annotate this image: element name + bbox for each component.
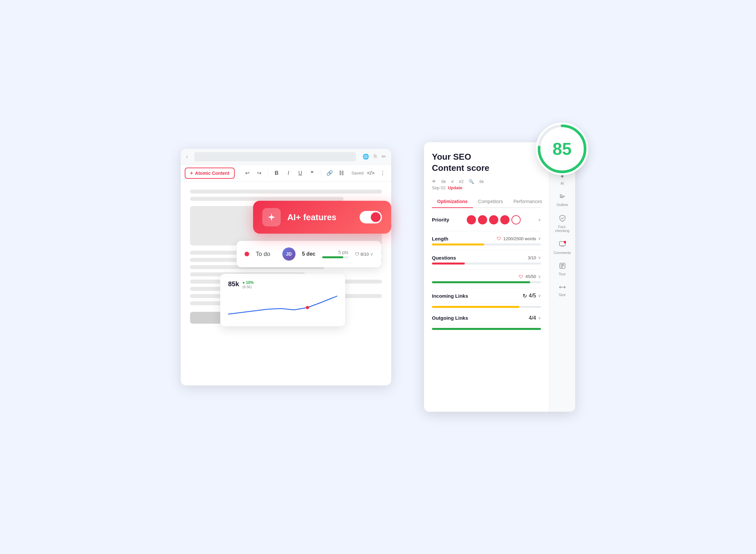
length-header: Length 🛡 1200/2500 words ∨ (432, 236, 541, 241)
search-icon: 🔍 (469, 179, 474, 184)
toggle-knob (371, 212, 381, 222)
questions-bar (432, 263, 541, 265)
more-icon[interactable]: ⋮ (378, 169, 387, 178)
sidebar-item-comments[interactable]: Comments (551, 237, 574, 258)
links-score-description (432, 274, 433, 279)
ai-popup-label: AI+ features (287, 212, 353, 222)
links-score-value: 45/50 (525, 274, 536, 279)
todo-status-dot (245, 252, 249, 256)
incoming-chevron[interactable]: ∨ (538, 293, 541, 298)
seo-tabs: Optimizations Competitors Performances (432, 196, 541, 208)
undo-icon[interactable]: ↩ (243, 169, 252, 178)
edit-icon[interactable]: ✏ (382, 154, 386, 160)
toolbar-separator-3 (321, 169, 321, 177)
topbar-icons: 🌐 ⎘ ✏ (363, 154, 386, 160)
svg-rect-7 (561, 264, 564, 265)
views-count: 6k (441, 179, 446, 184)
task-pts: 5 pts (338, 250, 348, 255)
pts-bar-fill (322, 256, 343, 258)
shield-icon-task: 🛡 (355, 252, 359, 257)
length-score: 🛡 1200/2500 words ∨ (497, 236, 541, 241)
length-score-value: 1200/2500 words (503, 236, 536, 241)
size-label: Size (559, 293, 566, 297)
questions-chevron[interactable]: ∨ (538, 255, 541, 260)
atomic-content-label: Atomic Content (195, 171, 229, 176)
tab-performances[interactable]: Performances (508, 196, 547, 207)
shield-icon: 🛡 (497, 236, 501, 241)
chart-value: 85k (228, 280, 239, 288)
priority-row: Priority ∨ (432, 211, 541, 231)
content-line (190, 189, 382, 193)
task-score-container: 🛡 8/10 ∨ (355, 252, 373, 257)
bold-icon[interactable]: B (272, 169, 281, 178)
ai-features-popup[interactable]: AI+ features (253, 201, 391, 234)
priority-header: Priority ∨ (432, 215, 541, 224)
length-bar (432, 243, 541, 245)
incoming-bar (432, 306, 541, 308)
pts-bar (322, 256, 348, 258)
outgoing-bar-fill (432, 328, 541, 330)
ai-label: AI (560, 181, 564, 185)
questions-score-value: 3/10 (528, 255, 536, 260)
plus-icon: + (190, 170, 193, 176)
code-icon[interactable]: </> (366, 169, 375, 178)
size-icon (559, 284, 566, 291)
links-score-header: 🛡 45/50 ∨ (432, 274, 541, 279)
svg-rect-3 (560, 197, 564, 198)
task-chevron[interactable]: ∨ (370, 252, 373, 257)
links-bar-fill (432, 281, 530, 283)
outgoing-chevron[interactable]: ∨ (538, 316, 541, 320)
views-icon: 👁 (432, 179, 436, 184)
atomic-content-button[interactable]: + Atomic Content (185, 168, 235, 179)
ai-toggle[interactable] (360, 211, 382, 223)
task-date: 5 dec (302, 251, 316, 257)
outline-label: Outline (556, 203, 568, 207)
chart-stat: 85k ● 10% (8.5k) (228, 280, 337, 289)
priority-circle-3 (489, 215, 498, 224)
seo-card: Your SEO Content score 👁 6k # #2 🔍 6k Se… (424, 142, 575, 412)
unlink-icon[interactable]: ⛓ (337, 169, 346, 178)
incoming-links-label: Incoming Links (432, 293, 468, 299)
questions-score: 3/10 ∨ (528, 255, 541, 260)
svg-point-10 (306, 306, 309, 309)
rank-icon: # (451, 179, 453, 184)
optimization-section: Priority ∨ Length (432, 211, 541, 330)
main-scene: ‹ 🌐 ⎘ ✏ + Atomic Content ↩ ↪ B I U ❝ 🔗 ⛓ (181, 129, 575, 425)
back-icon[interactable]: ‹ (186, 154, 188, 160)
length-chevron[interactable]: ∨ (538, 236, 541, 241)
task-score: 8/10 (361, 252, 369, 257)
quote-icon[interactable]: ❝ (308, 169, 317, 178)
sidebar-item-tour[interactable]: Tour (551, 259, 574, 279)
task-pts-container: 5 pts (322, 250, 348, 258)
chart-change: ● 10% (8.5k) (242, 280, 254, 289)
url-bar (194, 152, 356, 161)
score-number: 85 (552, 139, 572, 159)
priority-circle-2 (478, 215, 487, 224)
priority-circle-4 (500, 215, 509, 224)
globe-icon[interactable]: 🌐 (363, 154, 369, 160)
sidebar-item-size[interactable]: Size (551, 281, 574, 300)
link-icon[interactable]: 🔗 (325, 169, 334, 178)
update-row: Sep 02. Update (432, 185, 541, 190)
refresh-icon: ↻ (523, 293, 527, 299)
italic-icon[interactable]: I (284, 169, 293, 178)
incoming-bar-fill (432, 306, 519, 308)
length-bar-fill (432, 243, 484, 245)
rank-value: #2 (459, 179, 464, 184)
sidebar-item-outline[interactable]: Outline (551, 190, 574, 210)
tour-label: Tour (559, 272, 566, 276)
sidebar-item-fact-checking[interactable]: Fact-checking (551, 211, 574, 236)
tab-optimizations[interactable]: Optimizations (432, 196, 473, 207)
redo-icon[interactable]: ↪ (255, 169, 264, 178)
update-link[interactable]: Update (448, 185, 462, 190)
saved-badge: Saved (352, 171, 364, 175)
editor-toolbar: + Atomic Content ↩ ↪ B I U ❝ 🔗 ⛓ Saved <… (181, 165, 391, 182)
links-score: 🛡 45/50 ∨ (519, 274, 541, 279)
links-chevron[interactable]: ∨ (538, 274, 541, 279)
editor-topbar: ‹ 🌐 ⎘ ✏ (181, 149, 391, 165)
search-count: 6k (479, 179, 484, 184)
copy-icon[interactable]: ⎘ (374, 154, 377, 160)
priority-chevron[interactable]: ∨ (538, 218, 541, 222)
underline-icon[interactable]: U (296, 169, 305, 178)
tab-competitors[interactable]: Competitors (473, 196, 508, 207)
